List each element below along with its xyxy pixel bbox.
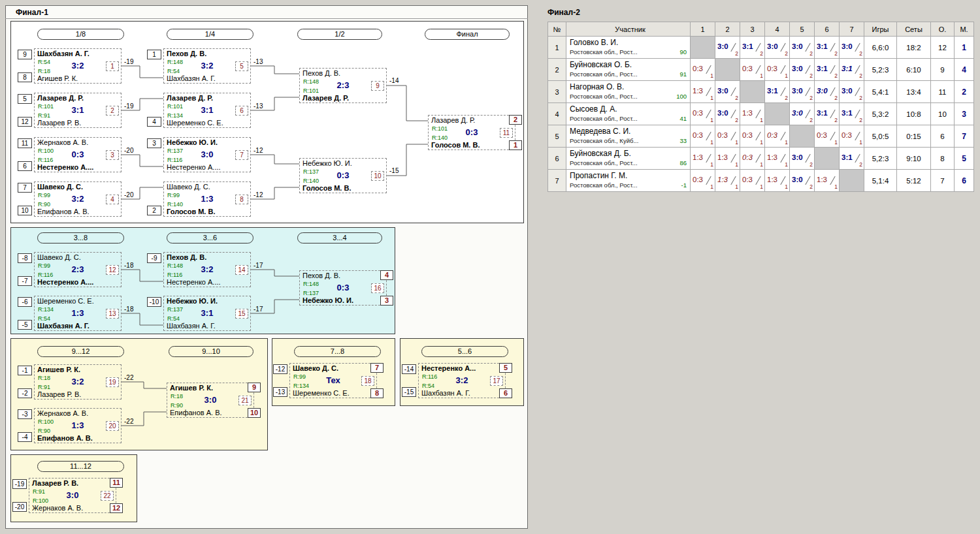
result-cell[interactable]: 0:31 bbox=[765, 59, 790, 81]
result-cell[interactable]: 0:31 bbox=[740, 59, 765, 81]
sets-total: 0:15 bbox=[897, 125, 931, 148]
result-cell[interactable]: 3:12 bbox=[815, 37, 840, 59]
result-cell[interactable]: 3:02 bbox=[765, 37, 790, 59]
participant-cell[interactable]: Головко В. И.Ростовская обл., Рост...90 bbox=[566, 37, 691, 59]
participant-cell[interactable]: Нагорная О. В.Ростовская обл., Рост...10… bbox=[566, 81, 691, 103]
match-card-8[interactable]: 2 Шавеко Д. С. R:99 1:3 R:140 Голосов М.… bbox=[163, 181, 251, 217]
match-card-13[interactable]: -6 -5 Шеременко С. Е. R:134 1:3 R:54 Шах… bbox=[34, 296, 122, 331]
match-card-7[interactable]: 3 Небежко Ю. И. R:137 3:0 R:116 Нестерен… bbox=[163, 137, 251, 172]
match-card-6[interactable]: 4 Лазарев Д. Р. R:101 3:1 R:134 Шеременк… bbox=[163, 93, 251, 128]
result-cell[interactable]: 3:12 bbox=[840, 103, 864, 125]
row-number: 3 bbox=[548, 81, 566, 103]
result-cell[interactable]: 0:31 bbox=[740, 148, 765, 170]
seed-box: 3 bbox=[147, 138, 161, 148]
place-box: 5 bbox=[499, 363, 512, 373]
result-cell[interactable]: 1:31 bbox=[691, 148, 715, 170]
match-card-16[interactable]: Пехов Д. В. R:148 0:3 R:137 Небежко Ю. И… bbox=[299, 270, 387, 306]
seed-box: -4 bbox=[18, 432, 32, 442]
player2-rating: R:90 bbox=[38, 428, 50, 434]
participant-region: Ростовская обл., Рост... bbox=[570, 71, 638, 78]
match-card-4[interactable]: 7 10 Шавеко Д. С. R:99 3:2 R:90 Епифанов… bbox=[34, 181, 122, 217]
result-cell[interactable]: 3:02 bbox=[840, 37, 864, 59]
result-cell[interactable]: 3:12 bbox=[765, 81, 790, 103]
player1-name: Небежко Ю. И. bbox=[302, 159, 352, 167]
connector-label: -19 bbox=[124, 58, 133, 65]
result-cell[interactable]: 3:12 bbox=[840, 148, 864, 170]
match-card-12[interactable]: -8 -7 Шавеко Д. С. R:99 2:3 R:116 Нестер… bbox=[34, 252, 122, 287]
player2-rating: R:134 bbox=[293, 383, 309, 389]
participant-cell[interactable]: Сысоев Д. А.Ростовская обл., Рост...41 bbox=[566, 103, 691, 125]
match-card-17[interactable]: -14 -15 Нестеренко А... R:116 3:2 R:54 Ш… bbox=[418, 363, 506, 398]
result-cell[interactable]: 1:31 bbox=[715, 170, 740, 192]
result-cell[interactable]: 0:31 bbox=[765, 125, 790, 148]
result-cell[interactable]: 3:02 bbox=[715, 103, 740, 125]
result-cell[interactable]: 3:02 bbox=[790, 81, 815, 103]
match-card-1[interactable]: 9 8 Шахбазян А. Г. R:54 3:2 R:18 Агишев … bbox=[34, 48, 122, 84]
player1-name: Шавеко Д. С. bbox=[37, 253, 81, 261]
result-cell[interactable]: 3:02 bbox=[790, 148, 815, 170]
row-number: 2 bbox=[548, 59, 566, 81]
participant-cell[interactable]: Буйновская О. Б.Ростовская обл., Рост...… bbox=[566, 59, 691, 81]
result-cell[interactable]: 0:31 bbox=[740, 170, 765, 192]
participant-cell[interactable]: Пропастин Г. М.Ростовская обл., Рост...-… bbox=[566, 170, 691, 192]
match-number: 15 bbox=[235, 309, 248, 319]
points-total: 7 bbox=[931, 170, 955, 192]
match-card-3[interactable]: 11 6 Жернаков А. В. R:100 0:3 R:116 Нест… bbox=[34, 137, 122, 172]
result-cell[interactable]: 0:31 bbox=[840, 125, 864, 148]
player2-rating: R:18 bbox=[38, 68, 50, 74]
result-cell[interactable]: 3:12 bbox=[815, 103, 840, 125]
player2-name: Шахбазян А. Г. bbox=[167, 74, 216, 82]
result-cell[interactable]: 3:12 bbox=[840, 59, 864, 81]
match-card-10[interactable]: Небежко Ю. И. R:137 0:3 R:140 Голосов М.… bbox=[299, 158, 387, 193]
result-cell[interactable]: 0:31 bbox=[691, 103, 715, 125]
result-cell[interactable]: 0:31 bbox=[691, 170, 715, 192]
col-header-games: Игры bbox=[864, 22, 897, 37]
result-cell[interactable]: 1:31 bbox=[740, 103, 765, 125]
result-cell[interactable]: 1:31 bbox=[765, 170, 790, 192]
result-cell[interactable]: 0:31 bbox=[740, 125, 765, 148]
player2-name: Епифанов А. В. bbox=[170, 409, 222, 416]
match-number: 12 bbox=[106, 265, 119, 275]
match-card-20[interactable]: -3 -4 Жернаков А. В. R:100 1:3 R:90 Епиф… bbox=[34, 408, 122, 443]
match-card-14[interactable]: -9 Пехов Д. В. R:148 3:2 R:116 Нестеренк… bbox=[163, 252, 251, 287]
participant-cell[interactable]: Медведева С. И.Ростовская обл., Куйб...3… bbox=[566, 125, 691, 148]
result-cell[interactable]: 0:31 bbox=[815, 125, 840, 148]
participant-cell[interactable]: Буйновская Д. Б.Ростовская обл., Рост...… bbox=[566, 148, 691, 170]
result-cell[interactable]: 0:31 bbox=[691, 125, 715, 148]
match-card-2[interactable]: 5 12 Лазарев Д. Р. R:101 3:1 R:91 Лазаре… bbox=[34, 93, 122, 128]
player2-rating: R:54 bbox=[38, 315, 50, 322]
match-card-9[interactable]: Пехов Д. В. R:148 2:3 R:101 Лазарев Д. Р… bbox=[299, 68, 387, 103]
games-total: 5,1:4 bbox=[864, 170, 897, 192]
match-card-15[interactable]: -10 Небежко Ю. И. R:137 3:1 R:54 Шахбазя… bbox=[163, 296, 251, 331]
match-card-21[interactable]: Агишев Р. К. R:18 3:0 R:90 Епифанов А. В… bbox=[167, 383, 254, 418]
match-card-19[interactable]: -1 -2 Агишев Р. К. R:18 3:2 R:91 Лазарев… bbox=[34, 364, 122, 400]
result-cell[interactable]: 3:02 bbox=[790, 59, 815, 81]
match-card-11-final[interactable]: Лазарев Д. Р. R:101 0:3 R:140 Голосов М.… bbox=[428, 115, 515, 150]
result-cell[interactable]: 0:31 bbox=[715, 125, 740, 148]
match-card-5[interactable]: 1 Пехов Д. В. R:148 3:2 R:54 Шахбазян А.… bbox=[163, 48, 251, 84]
match-card-18[interactable]: -12 -13 Шавеко Д. С. R:99 Тех R:134 Шере… bbox=[289, 363, 377, 398]
player2-name: Нестеренко А.... bbox=[167, 163, 221, 171]
connector-label: -14 bbox=[389, 77, 399, 84]
participant-rating: -1 bbox=[681, 181, 687, 189]
result-cell[interactable]: 1:31 bbox=[715, 148, 740, 170]
participant-name: Нагорная О. В. bbox=[570, 82, 687, 91]
result-cell[interactable]: 3:12 bbox=[740, 37, 765, 59]
result-cell[interactable]: 3:12 bbox=[815, 59, 840, 81]
result-cell[interactable]: 3:02 bbox=[790, 37, 815, 59]
result-cell[interactable]: 3:02 bbox=[840, 81, 864, 103]
match-card-22[interactable]: -19 -20 Лазарев Р. В. R:91 3:0 R:100 Жер… bbox=[29, 478, 116, 513]
result-cell[interactable]: 3:02 bbox=[715, 81, 740, 103]
result-cell[interactable]: 3:02 bbox=[790, 103, 815, 125]
result-cell[interactable]: 3:02 bbox=[815, 81, 840, 103]
result-cell[interactable]: 0:31 bbox=[691, 59, 715, 81]
participant-rating: 100 bbox=[676, 93, 687, 100]
table-row: 3 Нагорная О. В.Ростовская обл., Рост...… bbox=[548, 81, 974, 103]
col-header-7: 7 bbox=[840, 22, 864, 37]
result-cell[interactable]: 1:31 bbox=[815, 170, 840, 192]
result-cell[interactable]: 1:31 bbox=[691, 81, 715, 103]
result-cell[interactable]: 1:31 bbox=[765, 148, 790, 170]
result-cell[interactable]: 3:02 bbox=[715, 37, 740, 59]
result-cell[interactable]: 3:02 bbox=[790, 170, 815, 192]
player2-name: Шеременко С. Е. bbox=[167, 119, 223, 127]
